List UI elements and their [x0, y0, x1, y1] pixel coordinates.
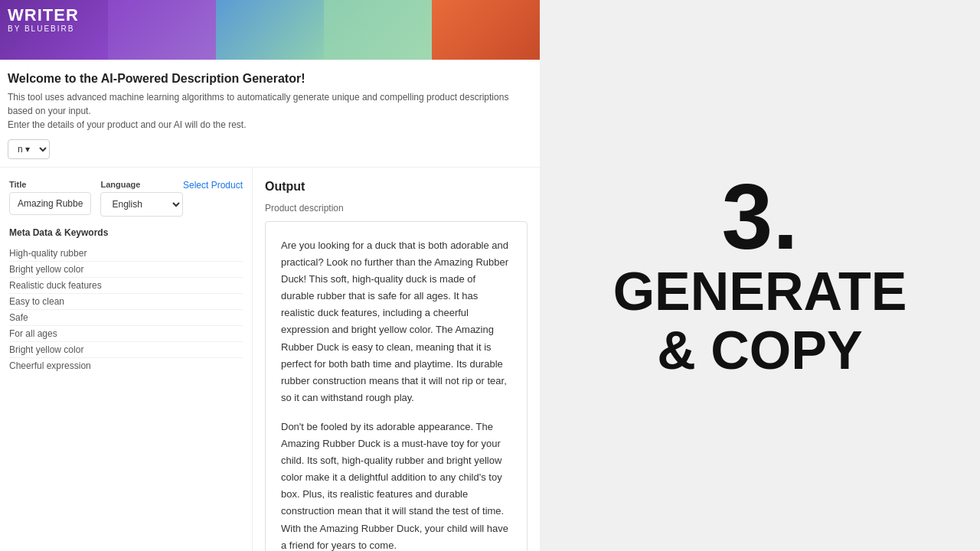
banner-segment-3	[216, 0, 324, 60]
keyword-8: Cheerful expression	[9, 358, 243, 373]
app-name: WRITER	[8, 5, 79, 24]
intro-description: This tool uses advanced machine learning…	[8, 90, 513, 132]
generate-text-block: 3. GENERATE & COPY	[613, 171, 907, 380]
keyword-5: Safe	[9, 310, 243, 326]
output-paragraph-2: Don't be fooled by its adorable appearan…	[281, 419, 511, 551]
intro-section: Welcome to the AI-Powered Description Ge…	[0, 60, 540, 168]
language-field-group: Language English Spanish French German	[100, 180, 182, 217]
keyword-6: For all ages	[9, 326, 243, 342]
right-panel: 3. GENERATE & COPY	[540, 0, 980, 551]
keyword-3: Realistic duck features	[9, 278, 243, 294]
language-select[interactable]: English Spanish French German	[100, 192, 182, 217]
meta-section-title: Meta Data & Keywords	[9, 227, 243, 238]
output-paragraph-1: Are you looking for a duck that is both …	[281, 237, 511, 406]
output-subtitle: Product description	[265, 203, 528, 214]
banner-segment-5	[432, 0, 540, 60]
intro-desc-line2: Enter the details of your product and ou…	[8, 119, 247, 130]
title-language-row: Title Language English Spanish French Ge…	[9, 180, 183, 217]
banner-segment-4	[324, 0, 432, 60]
title-field-group: Title	[9, 180, 91, 217]
language-label: Language	[100, 180, 182, 189]
app-logo: WRITER BY BLUEBIRB	[8, 6, 79, 33]
app-byline: BY BLUEBIRB	[8, 24, 79, 33]
output-content: Are you looking for a duck that is both …	[265, 221, 528, 551]
top-language-select[interactable]: n ▾	[8, 139, 50, 159]
keyword-7: Bright yellow color	[9, 342, 243, 358]
keywords-list: High-quality rubber Bright yellow color …	[9, 246, 243, 373]
intro-title: Welcome to the AI-Powered Description Ge…	[8, 72, 524, 86]
banner-segment-2	[108, 0, 216, 60]
keyword-1: High-quality rubber	[9, 246, 243, 262]
generate-label-line2: & COPY	[613, 321, 907, 380]
product-sidebar: Select Product Title Language English Sp…	[0, 168, 253, 551]
left-panel: WRITER BY BLUEBIRB Welcome to the AI-Pow…	[0, 0, 540, 551]
keyword-4: Easy to clean	[9, 294, 243, 310]
header-banner: WRITER BY BLUEBIRB	[0, 0, 540, 60]
output-title: Output	[265, 180, 528, 194]
top-language-selector[interactable]: n ▾	[8, 139, 524, 159]
generate-label-line1: GENERATE	[613, 262, 907, 321]
output-panel: Output Product description Are you looki…	[253, 168, 540, 551]
keyword-2: Bright yellow color	[9, 262, 243, 278]
intro-desc-line1: This tool uses advanced machine learning…	[8, 92, 508, 116]
main-content: Select Product Title Language English Sp…	[0, 168, 540, 551]
select-product-link[interactable]: Select Product	[183, 180, 243, 191]
title-label: Title	[9, 180, 91, 189]
title-input[interactable]	[9, 192, 91, 215]
step-number: 3.	[613, 171, 907, 262]
